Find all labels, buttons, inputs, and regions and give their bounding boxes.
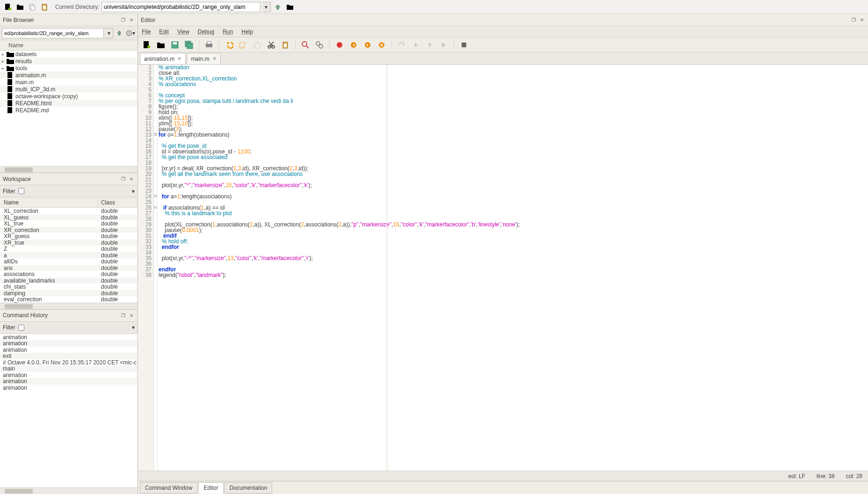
editor-tab[interactable]: main.m✕: [187, 53, 220, 64]
ws-col-class[interactable]: Class: [98, 197, 137, 207]
ws-row[interactable]: dampingdouble: [0, 290, 137, 297]
find-icon[interactable]: [300, 40, 311, 50]
history-row[interactable]: exit: [0, 353, 137, 359]
menu-run[interactable]: Run: [223, 29, 233, 35]
ws-col-name[interactable]: Name: [0, 197, 98, 207]
tree-row[interactable]: octave-workspace (copy): [0, 93, 137, 100]
ws-row[interactable]: eval_correctiondouble: [0, 296, 137, 303]
dir-dropdown-icon[interactable]: ▾: [262, 2, 271, 12]
tree-row[interactable]: ▸datasets: [0, 51, 137, 58]
file-browser-header[interactable]: Name: [0, 40, 137, 51]
tree-row[interactable]: ▸tools: [0, 65, 137, 72]
menu-view[interactable]: View: [177, 29, 189, 35]
undo-icon[interactable]: [224, 40, 234, 50]
tree-row[interactable]: README.html: [0, 100, 137, 107]
tab-close-icon[interactable]: ✕: [212, 56, 217, 62]
ws-row[interactable]: XR_truedouble: [0, 240, 137, 246]
fb-dropdown-icon[interactable]: ▾: [105, 28, 113, 38]
ws-row[interactable]: adouble: [0, 252, 137, 259]
history-row[interactable]: # Octave 4.0.0, Fri Nov 20 15:35:17 2020…: [0, 359, 137, 366]
workspace-scrollbar[interactable]: [0, 303, 137, 309]
tree-row[interactable]: multi_ICP_3d.m: [0, 86, 137, 93]
file-tree[interactable]: ▸datasets▸results▸toolsanimation.mmain.m…: [0, 51, 137, 166]
panel-restore-icon[interactable]: ❐: [120, 312, 126, 319]
panel-close-icon[interactable]: ✕: [128, 17, 135, 23]
print-icon[interactable]: [204, 40, 214, 50]
tree-row[interactable]: README.md: [0, 107, 137, 114]
dir-input[interactable]: [101, 2, 260, 12]
ws-row[interactable]: XR_correctiondouble: [0, 227, 137, 233]
step-in-icon[interactable]: [411, 40, 421, 50]
fb-gear-icon[interactable]: ▾: [125, 28, 136, 38]
history-row[interactable]: animation: [0, 340, 137, 347]
tree-row[interactable]: animation.m: [0, 72, 137, 79]
ws-row[interactable]: ansdouble: [0, 265, 137, 271]
history-scrollbar[interactable]: [0, 487, 137, 494]
history-row[interactable]: animation: [0, 385, 137, 391]
bottom-tab-command-window[interactable]: Command Window: [140, 482, 197, 494]
save-icon[interactable]: [170, 40, 180, 50]
bottom-tab-editor[interactable]: Editor: [198, 482, 223, 494]
continue-icon[interactable]: [439, 40, 449, 50]
breakpoint-clear-icon[interactable]: [376, 40, 387, 50]
open-icon[interactable]: [156, 40, 166, 50]
code-area[interactable]: 1234567891011121314151617181920212223242…: [138, 65, 868, 471]
breakpoint-icon[interactable]: [334, 40, 345, 50]
tree-row[interactable]: ▸results: [0, 58, 137, 65]
fb-up-icon[interactable]: [114, 28, 124, 38]
paste-icon[interactable]: [280, 40, 290, 50]
file-browser-path-input[interactable]: [2, 28, 104, 38]
ws-row[interactable]: allIDsdouble: [0, 258, 137, 265]
open-folder-icon[interactable]: [15, 2, 25, 12]
dir-up-icon[interactable]: [273, 2, 283, 12]
copy-icon[interactable]: [252, 40, 262, 50]
file-browser-scrollbar[interactable]: [0, 166, 137, 173]
history-row[interactable]: animation: [0, 347, 137, 353]
ws-row[interactable]: associationsdouble: [0, 271, 137, 277]
cut-icon[interactable]: [266, 40, 276, 50]
panel-close-icon[interactable]: ✕: [859, 17, 865, 23]
dir-browse-icon[interactable]: [285, 2, 295, 12]
ws-row[interactable]: XR_guessdouble: [0, 233, 137, 240]
filter-dropdown-icon[interactable]: ▾: [132, 188, 135, 195]
ws-row[interactable]: XL_truedouble: [0, 220, 137, 227]
tree-row[interactable]: main.m: [0, 79, 137, 86]
find-files-icon[interactable]: [314, 40, 325, 50]
ws-row[interactable]: chi_statsdouble: [0, 283, 137, 290]
redo-icon[interactable]: [238, 40, 248, 50]
copy-icon[interactable]: [27, 2, 37, 12]
new-file-icon[interactable]: [3, 2, 13, 12]
step-out-icon[interactable]: [425, 40, 435, 50]
stop-icon[interactable]: [459, 40, 469, 50]
menu-edit[interactable]: Edit: [159, 29, 169, 35]
history-row[interactable]: animation: [0, 372, 137, 378]
panel-close-icon[interactable]: ✕: [128, 312, 135, 319]
filter-checkbox[interactable]: [18, 188, 24, 194]
history-row[interactable]: main: [0, 365, 137, 372]
tab-close-icon[interactable]: ✕: [177, 56, 181, 62]
history-row[interactable]: animation: [0, 334, 137, 341]
ws-row[interactable]: Zdouble: [0, 246, 137, 252]
filter-checkbox[interactable]: [18, 325, 24, 331]
workspace-rows[interactable]: XL_correctiondoubleXL_guessdoubleXL_true…: [0, 208, 137, 303]
panel-restore-icon[interactable]: ❐: [120, 17, 126, 23]
step-over-icon[interactable]: [397, 40, 407, 50]
bottom-tab-documentation[interactable]: Documentation: [224, 482, 273, 494]
breakpoint-next-icon[interactable]: [362, 40, 373, 50]
panel-close-icon[interactable]: ✕: [128, 176, 135, 182]
paste-icon[interactable]: [39, 2, 50, 12]
panel-restore-icon[interactable]: ❐: [120, 176, 126, 182]
ws-row[interactable]: XL_guessdouble: [0, 214, 137, 221]
history-rows[interactable]: animationanimationanimationexit# Octave …: [0, 334, 137, 488]
new-file-icon[interactable]: [142, 40, 152, 50]
editor-tab[interactable]: animation.m✕: [140, 53, 186, 64]
save-all-icon[interactable]: [184, 40, 194, 50]
panel-restore-icon[interactable]: ❐: [850, 17, 857, 23]
menu-debug[interactable]: Debug: [198, 29, 214, 35]
history-row[interactable]: animation: [0, 378, 137, 385]
breakpoint-prev-icon[interactable]: [348, 40, 359, 50]
menu-file[interactable]: File: [142, 29, 151, 35]
ws-row[interactable]: XL_correctiondouble: [0, 208, 137, 214]
filter-dropdown-icon[interactable]: ▾: [132, 324, 135, 331]
menu-help[interactable]: Help: [241, 29, 253, 35]
